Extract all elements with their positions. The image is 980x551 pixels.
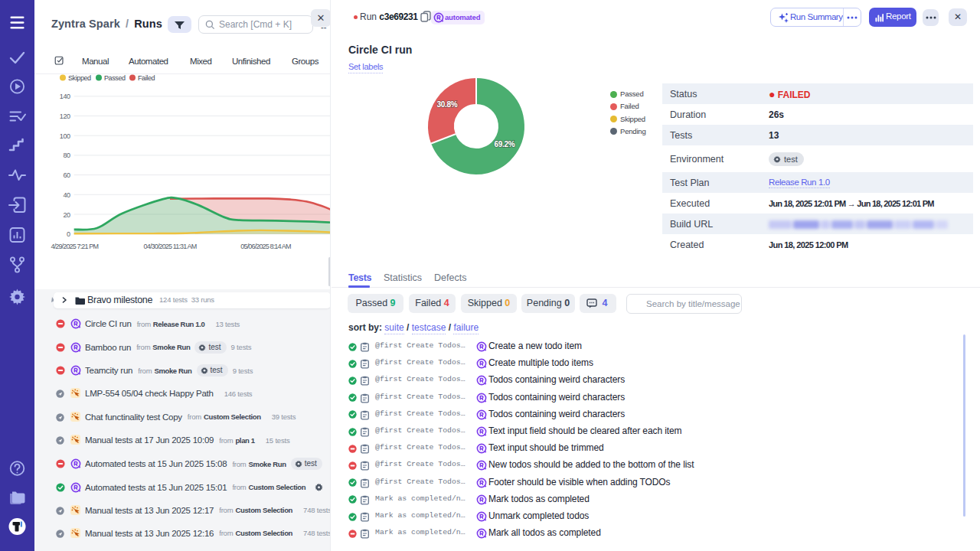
- svg-text:05/06/2025 8:14 AM: 05/06/2025 8:14 AM: [240, 243, 291, 250]
- svg-text:80: 80: [63, 152, 70, 159]
- svg-text:Failed: Failed: [138, 74, 155, 82]
- svg-text:100: 100: [60, 132, 70, 140]
- svg-text:Passed: Passed: [104, 74, 126, 82]
- svg-text:4/29/2025 7:21 PM: 4/29/2025 7:21 PM: [51, 243, 99, 250]
- svg-text:30.8%: 30.8%: [437, 100, 458, 109]
- svg-text:0: 0: [67, 230, 70, 238]
- svg-text:20: 20: [63, 211, 70, 219]
- svg-text:120: 120: [60, 112, 70, 120]
- svg-text:40: 40: [63, 191, 70, 199]
- svg-text:60: 60: [63, 171, 70, 179]
- svg-text:140: 140: [60, 93, 70, 100]
- svg-text:04/30/2025 11:31 AM: 04/30/2025 11:31 AM: [144, 243, 197, 250]
- svg-text:Skipped: Skipped: [68, 74, 91, 82]
- svg-text:69.2%: 69.2%: [495, 140, 515, 148]
